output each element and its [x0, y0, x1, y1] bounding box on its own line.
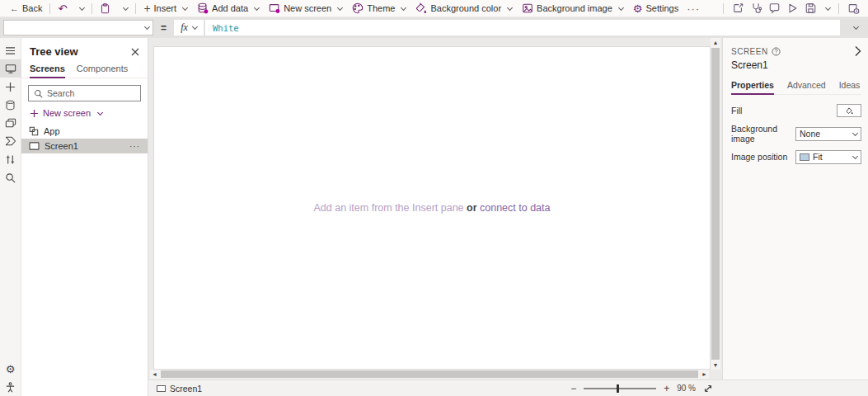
fill-label: Fill	[731, 106, 837, 116]
chevron-down-icon	[852, 24, 858, 30]
palette-icon	[352, 2, 364, 14]
rail-insert-button[interactable]	[0, 78, 21, 96]
chevron-down-icon	[507, 4, 513, 10]
back-button[interactable]: ← Back	[5, 0, 47, 16]
connect-to-data-link[interactable]: connect to data	[477, 202, 551, 214]
new-screen-menu[interactable]: New screen	[264, 0, 347, 16]
fx-function-menu[interactable]: fx	[174, 20, 204, 35]
screen-canvas[interactable]: Add an item from the Insert pane or conn…	[153, 46, 711, 370]
horizontal-scrollbar[interactable]: ◄ ►	[150, 370, 709, 379]
formula-text: White	[213, 23, 239, 33]
publish-icon[interactable]	[847, 2, 860, 14]
preview-play-icon[interactable]	[786, 2, 799, 14]
formula-input[interactable]: White	[205, 20, 840, 35]
toolbar-divider	[91, 3, 92, 14]
gear-icon: ⚙	[633, 2, 643, 15]
screen-icon	[157, 385, 166, 392]
chevron-down-icon	[97, 109, 103, 115]
item-more-button[interactable]: ···	[129, 142, 140, 151]
tree-view-title: Tree view	[30, 45, 78, 58]
background-color-menu[interactable]: Background color	[411, 0, 517, 16]
rail-data-button[interactable]	[0, 96, 21, 114]
image-position-field-row: Image position Fit	[731, 149, 861, 164]
image-position-value: Fit	[813, 152, 823, 162]
background-image-menu[interactable]: Background image	[517, 0, 628, 16]
fit-to-window-icon[interactable]	[703, 384, 713, 394]
image-position-label: Image position	[731, 152, 795, 162]
save-options-chevron-icon[interactable]	[825, 4, 831, 10]
new-screen-label: New screen	[284, 3, 331, 13]
formula-bar-expand-button[interactable]	[840, 26, 868, 29]
chevron-down-icon	[79, 4, 85, 10]
zoom-controls: − + 90 %	[570, 383, 713, 394]
undo-icon: ↶	[58, 2, 67, 15]
toolbar-overflow-button[interactable]: ···	[683, 0, 703, 16]
content-row: Add an item from the Insert pane or conn…	[148, 38, 868, 380]
background-color-label: Background color	[430, 3, 501, 13]
zoom-percentage: 90 %	[677, 384, 696, 393]
share-icon[interactable]	[732, 2, 744, 14]
zoom-slider-handle[interactable]	[617, 384, 619, 393]
clipboard-icon	[100, 2, 110, 14]
scroll-up-icon[interactable]: ▲	[711, 38, 720, 47]
add-data-menu[interactable]: Add data	[192, 0, 264, 16]
fill-color-picker[interactable]	[837, 104, 861, 117]
rail-tree-view-button[interactable]	[0, 59, 21, 78]
new-screen-button[interactable]: New screen	[21, 106, 148, 124]
collapse-panel-chevron-icon[interactable]	[854, 45, 861, 57]
tab-screens[interactable]: Screens	[30, 62, 65, 78]
canvas-hint-text: Add an item from the Insert pane	[314, 202, 467, 214]
tab-advanced[interactable]: Advanced	[787, 78, 826, 94]
vertical-scrollbar[interactable]: ▲ ▼	[711, 38, 720, 370]
toolbar-divider	[135, 3, 136, 14]
toolbar-right-group	[720, 2, 868, 14]
close-icon[interactable]	[131, 48, 139, 56]
rail-power-automate-button[interactable]	[0, 132, 21, 150]
workspace: Add an item from the Insert pane or conn…	[148, 38, 868, 396]
theme-menu[interactable]: Theme	[347, 0, 411, 16]
rail-accessibility-button[interactable]	[0, 378, 21, 396]
paste-button[interactable]	[95, 0, 115, 16]
zoom-out-button[interactable]: −	[570, 383, 576, 394]
search-icon	[34, 89, 43, 98]
zoom-slider[interactable]	[584, 388, 656, 389]
back-arrow-icon: ←	[10, 3, 19, 13]
horizontal-scrollbar-thumb[interactable]	[161, 370, 698, 378]
help-icon[interactable]	[772, 47, 781, 56]
settings-label: Settings	[645, 3, 678, 13]
chevron-down-icon	[852, 153, 858, 158]
undo-button[interactable]: ↶	[53, 0, 72, 16]
search-input[interactable]	[47, 88, 135, 98]
scroll-right-icon[interactable]: ►	[700, 370, 709, 379]
background-image-select[interactable]: None	[795, 127, 861, 141]
save-icon[interactable]	[805, 2, 817, 14]
properties-panel-tabs: Properties Advanced Ideas	[731, 78, 861, 95]
zoom-in-button[interactable]: +	[664, 383, 669, 394]
comments-icon[interactable]	[768, 2, 781, 14]
undo-dropdown[interactable]	[72, 0, 89, 16]
app-checker-icon[interactable]	[750, 2, 762, 14]
scroll-down-icon[interactable]: ▼	[711, 361, 720, 370]
background-image-label: Background image	[537, 3, 612, 13]
tree-item-screen1[interactable]: Screen1 ···	[21, 139, 148, 153]
rail-settings-button[interactable]: ⚙	[0, 360, 21, 378]
tab-ideas[interactable]: Ideas	[839, 78, 861, 94]
image-position-select[interactable]: Fit	[795, 150, 861, 164]
paste-dropdown[interactable]	[115, 0, 133, 16]
settings-menu[interactable]: ⚙ Settings	[628, 0, 683, 16]
tab-components[interactable]: Components	[77, 62, 128, 78]
vertical-scrollbar-thumb[interactable]	[711, 48, 720, 360]
chevron-down-icon	[144, 24, 150, 30]
scroll-left-icon[interactable]: ◄	[150, 370, 159, 379]
tab-properties[interactable]: Properties	[731, 78, 774, 95]
insert-menu[interactable]: + Insert	[138, 0, 192, 16]
property-selector[interactable]	[3, 20, 153, 35]
bottom-screen-tab[interactable]: Screen1	[148, 380, 210, 396]
tree-item-app[interactable]: App	[21, 124, 148, 139]
hamburger-menu-button[interactable]	[0, 41, 21, 59]
database-icon	[197, 2, 209, 14]
rail-search-button[interactable]	[0, 168, 21, 186]
formula-bar: = fx White	[0, 17, 868, 38]
rail-variables-button[interactable]	[0, 150, 21, 168]
rail-media-button[interactable]	[0, 114, 21, 132]
